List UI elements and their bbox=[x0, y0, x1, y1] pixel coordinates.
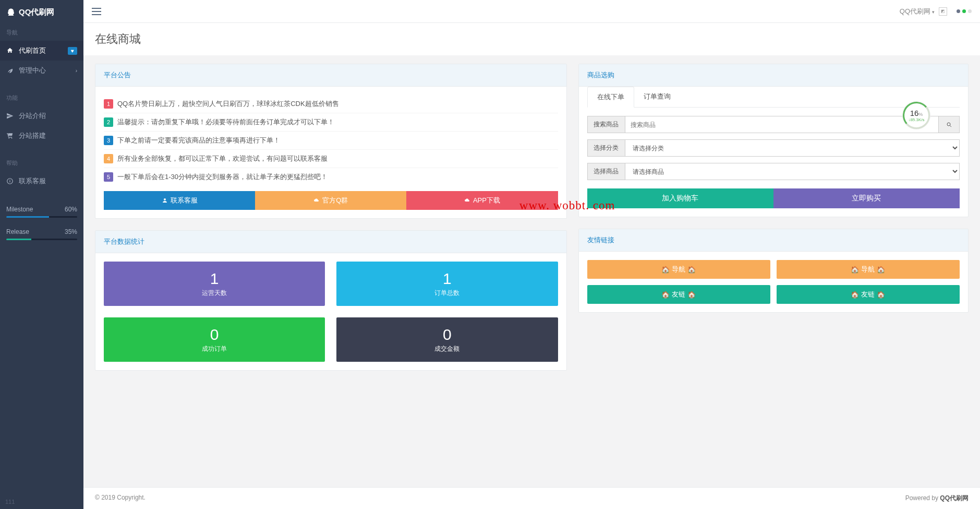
contact-support-button[interactable]: 联系客服 bbox=[104, 191, 255, 210]
shop-tabs: 在线下单 订单查询 bbox=[587, 87, 960, 108]
cloud-icon bbox=[313, 197, 320, 204]
search-icon bbox=[946, 122, 952, 128]
stat-value: 0 bbox=[104, 326, 325, 344]
product-label: 选择商品 bbox=[587, 163, 625, 180]
main-area: 在线商城 平台公告 1QQ名片赞日刷上万，超快空间人气日刷百万，球球冰红茶CDK… bbox=[83, 0, 980, 509]
menu-toggle[interactable] bbox=[92, 8, 101, 15]
footer-right: Powered by QQ代刷网 bbox=[905, 494, 969, 503]
stat-value: 1 bbox=[336, 270, 558, 288]
category-select[interactable]: 请选择分类 bbox=[625, 139, 960, 157]
announcement-item: 3下单之前请一定要看完该商品的注意事项再进行下单！ bbox=[104, 132, 558, 150]
cart-icon bbox=[6, 132, 14, 139]
friend-link-button[interactable]: 🏠友链🏠 bbox=[777, 285, 960, 304]
announcement-item: 4所有业务全部恢复，都可以正常下单，欢迎尝试，有问题可以联系客服 bbox=[104, 150, 558, 168]
announcement-list: 1QQ名片赞日刷上万，超快空间人气日刷百万，球球冰红茶CDK超低价销售 2温馨提… bbox=[104, 95, 558, 186]
stat-amount: 0成交金额 bbox=[336, 317, 558, 362]
avatar-broken-icon[interactable]: ◩ bbox=[939, 7, 947, 16]
footer-left: © 2019 Copyright. bbox=[95, 494, 146, 503]
svg-point-0 bbox=[8, 138, 9, 139]
qq-icon bbox=[6, 8, 16, 17]
panel-stats: 平台数据统计 1运营天数 1订单总数 0成功订单 0成交金额 bbox=[95, 230, 567, 371]
announcement-num: 1 bbox=[104, 99, 113, 109]
sidebar-item-admin[interactable]: 管理中心 › bbox=[0, 61, 83, 80]
category-label: 选择分类 bbox=[587, 139, 625, 157]
search-input[interactable] bbox=[625, 116, 939, 133]
app-download-button[interactable]: APP下载 bbox=[406, 191, 558, 210]
friend-link-button[interactable]: 🏠导航🏠 bbox=[587, 260, 770, 279]
sidebar-item-label: 分站介绍 bbox=[19, 111, 46, 121]
search-label: 搜索商品 bbox=[587, 116, 625, 133]
svg-point-5 bbox=[164, 198, 166, 200]
footer: © 2019 Copyright. Powered by QQ代刷网 bbox=[83, 487, 980, 509]
official-qgroup-button[interactable]: 官方Q群 bbox=[255, 191, 406, 210]
topbar: QQ代刷网▾ ◩ bbox=[83, 0, 980, 23]
progress-label: Milestone bbox=[6, 206, 33, 213]
friend-link-button[interactable]: 🏠友链🏠 bbox=[587, 285, 770, 304]
progress-label: Release bbox=[6, 228, 29, 235]
stat-label: 订单总数 bbox=[336, 289, 558, 298]
panel-heading: 平台公告 bbox=[95, 64, 566, 87]
stat-value: 1 bbox=[104, 270, 325, 288]
link-label: 导航 bbox=[672, 265, 685, 274]
product-select[interactable]: 请选择商品 bbox=[625, 163, 960, 180]
nav-heading-1: 导航 bbox=[0, 25, 83, 41]
announcement-text: 温馨提示：请勿重复下单哦！必须要等待前面任务订单完成才可以下单！ bbox=[117, 117, 334, 127]
sidebar-item-label: 代刷首页 bbox=[19, 46, 46, 55]
sidebar-item-substation-build[interactable]: 分站搭建 bbox=[0, 126, 83, 146]
sidebar-item-support[interactable]: 联系客服 bbox=[0, 171, 83, 191]
announcement-num: 2 bbox=[104, 117, 113, 127]
stat-value: 0 bbox=[336, 326, 558, 344]
stat-days: 1运营天数 bbox=[104, 262, 325, 306]
progress-fill bbox=[6, 216, 49, 218]
tab-online-order[interactable]: 在线下单 bbox=[587, 87, 634, 108]
footer-brand-link[interactable]: QQ代刷网 bbox=[940, 494, 969, 502]
buy-now-button[interactable]: 立即购买 bbox=[773, 188, 960, 208]
announcement-text: 所有业务全部恢复，都可以正常下单，欢迎尝试，有问题可以联系客服 bbox=[117, 154, 328, 163]
friend-link-button[interactable]: 🏠导航🏠 bbox=[777, 260, 960, 279]
stat-label: 成交金额 bbox=[336, 345, 558, 353]
progress-milestone: Milestone60% bbox=[0, 200, 83, 223]
brand-logo[interactable]: QQ代刷网 bbox=[0, 0, 83, 25]
top-brand-label: QQ代刷网 bbox=[900, 7, 930, 15]
caret-down-icon: ▾ bbox=[932, 9, 935, 15]
tab-order-query[interactable]: 订单查询 bbox=[634, 87, 680, 107]
announcement-num: 4 bbox=[104, 154, 113, 163]
nav-heading-2: 功能 bbox=[0, 90, 83, 106]
gauge-percent: 16 bbox=[910, 109, 919, 117]
panel-shop: 商品选购 在线下单 订单查询 搜索商品 选择分类 bbox=[578, 64, 969, 217]
user-icon bbox=[162, 197, 168, 204]
announcement-item: 1QQ名片赞日刷上万，超快空间人气日刷百万，球球冰红茶CDK超低价销售 bbox=[104, 95, 558, 113]
announcement-item: 5一般下单后会在1-30分钟内提交到服务器，就让单子来的更猛烈些吧！ bbox=[104, 168, 558, 186]
announcement-item: 2温馨提示：请勿重复下单哦！必须要等待前面任务订单完成才可以下单！ bbox=[104, 113, 558, 132]
sidebar-footer-text: 111 bbox=[5, 499, 15, 505]
btn-label: 官方Q群 bbox=[322, 196, 348, 205]
network-speed-gauge[interactable]: 16% ↓85.3K/s bbox=[903, 102, 930, 129]
svg-point-1 bbox=[11, 138, 13, 139]
announcement-num: 3 bbox=[104, 136, 113, 145]
heart-badge: ♥ bbox=[68, 47, 77, 55]
sidebar-item-substation-info[interactable]: 分站介绍 bbox=[0, 106, 83, 126]
leaf-icon bbox=[6, 67, 14, 74]
add-to-cart-button[interactable]: 加入购物车 bbox=[587, 188, 773, 208]
announcement-text: 一般下单后会在1-30分钟内提交到服务器，就让单子来的更猛烈些吧！ bbox=[117, 172, 328, 182]
stat-label: 运营天数 bbox=[104, 289, 325, 298]
top-brand-dropdown[interactable]: QQ代刷网▾ bbox=[900, 7, 935, 16]
panel-links: 友情链接 🏠导航🏠 🏠导航🏠 🏠友链🏠 🏠友链🏠 bbox=[578, 229, 969, 313]
progress-pct: 35% bbox=[65, 228, 77, 235]
sidebar-item-label: 联系客服 bbox=[19, 176, 46, 186]
stat-orders: 1订单总数 bbox=[336, 262, 558, 306]
link-label: 导航 bbox=[861, 265, 875, 274]
panel-heading: 平台数据统计 bbox=[95, 231, 566, 253]
panel-heading: 友情链接 bbox=[579, 229, 969, 252]
btn-label: 联系客服 bbox=[171, 196, 198, 205]
stat-label: 成功订单 bbox=[104, 345, 325, 353]
download-icon bbox=[464, 197, 470, 204]
gauge-speed: ↓85.3K/s bbox=[908, 117, 924, 122]
status-dots bbox=[957, 9, 972, 13]
brand-text: QQ代刷网 bbox=[19, 7, 54, 17]
search-button[interactable] bbox=[939, 116, 960, 133]
btn-label: APP下载 bbox=[473, 196, 500, 205]
sidebar-item-home[interactable]: 代刷首页 ♥ bbox=[0, 41, 83, 61]
progress-pct: 60% bbox=[65, 206, 77, 213]
link-label: 友链 bbox=[672, 290, 685, 299]
